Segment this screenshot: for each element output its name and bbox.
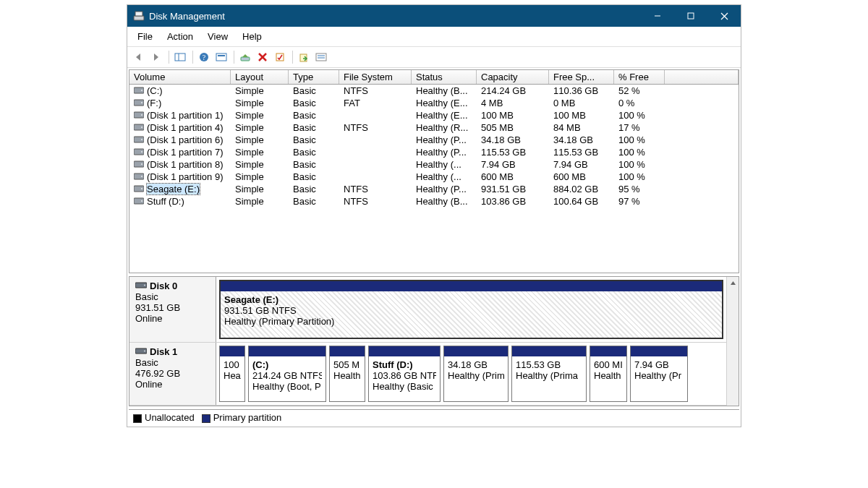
volume-icon — [134, 110, 144, 121]
scroll-up-icon[interactable] — [727, 277, 739, 289]
volume-row[interactable]: (Disk 1 partition 9)SimpleBasicHealthy (… — [129, 171, 739, 183]
volume-name: (Disk 1 partition 1) — [147, 110, 223, 121]
disk1-partition[interactable]: 505 MHealth — [329, 346, 365, 402]
upload-button[interactable] — [296, 49, 312, 65]
volume-pct: 0 % — [614, 97, 665, 109]
disk1-partition[interactable]: 7.94 GBHealthy (Pr — [630, 346, 688, 402]
volume-capacity: 505 MB — [477, 121, 549, 134]
legend-unallocated: Unallocated — [133, 412, 195, 423]
volume-list[interactable]: Volume Layout Type File System Status Ca… — [129, 69, 739, 273]
volume-icon — [134, 85, 144, 96]
col-fs[interactable]: File System — [339, 70, 412, 84]
action-list-button[interactable] — [313, 49, 329, 65]
volume-fs: NTFS — [339, 195, 412, 207]
menu-view[interactable]: View — [200, 30, 235, 43]
delete-button[interactable] — [255, 49, 271, 65]
volume-capacity: 214.24 GB — [477, 85, 549, 97]
volume-capacity: 7.94 GB — [477, 158, 549, 171]
menu-action[interactable]: Action — [160, 30, 200, 43]
volume-row[interactable]: (F:)SimpleBasicFATHealthy (E...4 MB0 MB0… — [129, 97, 739, 109]
disk1-partition[interactable]: Stuff (D:)103.86 GB NTFHealthy (Basic — [368, 346, 441, 402]
legend: Unallocated Primary partition — [129, 409, 739, 425]
partition-line: Healthy (Prima — [516, 370, 582, 381]
disk1-partition[interactable]: 34.18 GBHealthy (Prim — [443, 346, 509, 402]
volume-type: Basic — [289, 85, 339, 97]
disk1-status: Online — [135, 379, 210, 390]
volume-pct: 100 % — [614, 146, 665, 158]
volume-status: Healthy (... — [412, 171, 477, 183]
menu-help[interactable]: Help — [235, 30, 269, 43]
minimize-button[interactable] — [641, 5, 674, 27]
maximize-button[interactable] — [674, 5, 707, 27]
svg-rect-11 — [218, 55, 225, 56]
refresh-button[interactable] — [213, 49, 229, 65]
volume-status: Healthy (E... — [412, 109, 477, 121]
disk-icon — [135, 281, 147, 291]
volume-row[interactable]: (Disk 1 partition 7)SimpleBasicHealthy (… — [129, 146, 739, 158]
volume-row[interactable]: (C:)SimpleBasicNTFSHealthy (B...214.24 G… — [129, 85, 739, 97]
partition-line: 34.18 GB — [448, 359, 504, 370]
volume-icon — [134, 98, 144, 108]
volume-type: Basic — [289, 121, 339, 134]
help-button[interactable]: ? — [196, 49, 212, 65]
volume-layout: Simple — [231, 134, 289, 146]
disk1-partition[interactable]: 600 MIHealth — [590, 346, 627, 402]
disk1-partition[interactable]: 100Hea — [219, 346, 245, 402]
partition-line: 214.24 GB NTFS — [252, 370, 322, 381]
svg-point-22 — [141, 90, 142, 91]
svg-point-32 — [141, 151, 142, 153]
col-type[interactable]: Type — [289, 70, 339, 84]
svg-rect-18 — [316, 53, 326, 61]
col-volume[interactable]: Volume — [129, 70, 231, 84]
disk1-partition[interactable]: (C:)214.24 GB NTFSHealthy (Boot, P — [248, 346, 326, 402]
volume-fs — [339, 158, 412, 171]
volume-type: Basic — [289, 109, 339, 121]
volume-status: Healthy (... — [412, 158, 477, 171]
close-button[interactable] — [707, 5, 741, 27]
volume-layout: Simple — [231, 183, 289, 195]
volume-free: 884.02 GB — [549, 183, 614, 195]
volume-row[interactable]: (Disk 1 partition 8)SimpleBasicHealthy (… — [129, 158, 739, 171]
volume-free: 600 MB — [549, 171, 614, 183]
volume-row[interactable]: (Disk 1 partition 1)SimpleBasicHealthy (… — [129, 109, 739, 121]
col-layout[interactable]: Layout — [231, 70, 289, 84]
scrollbar[interactable] — [726, 277, 739, 406]
toolbar: ? — [127, 47, 741, 68]
col-pct[interactable]: % Free — [614, 70, 665, 84]
properties-button[interactable] — [272, 49, 288, 65]
disk-row-1: Disk 1 Basic 476.92 GB Online 100Hea(C:)… — [129, 343, 726, 406]
svg-point-36 — [141, 176, 142, 177]
disk0-info[interactable]: Disk 0 Basic 931.51 GB Online — [129, 277, 216, 342]
volume-capacity: 4 MB — [477, 97, 549, 109]
back-button[interactable] — [131, 49, 147, 65]
svg-point-26 — [141, 114, 142, 116]
volume-row[interactable]: (Disk 1 partition 4)SimpleBasicNTFSHealt… — [129, 121, 739, 134]
disk1-info[interactable]: Disk 1 Basic 476.92 GB Online — [129, 343, 216, 405]
col-free[interactable]: Free Sp... — [549, 70, 614, 84]
settings-button[interactable] — [237, 49, 253, 65]
volume-status: Healthy (B... — [412, 85, 477, 97]
disk0-capacity: 931.51 GB — [135, 302, 210, 313]
forward-button[interactable] — [148, 49, 164, 65]
disk0-partition-seagate[interactable]: Seagate (E:) 931.51 GB NTFS Healthy (Pri… — [219, 280, 723, 339]
titlebar[interactable]: Disk Management — [127, 5, 741, 27]
menu-file[interactable]: File — [130, 30, 160, 43]
col-status[interactable]: Status — [412, 70, 477, 84]
volume-row[interactable]: Seagate (E:)SimpleBasicNTFSHealthy (P...… — [129, 183, 739, 195]
volume-name: Stuff (D:) — [147, 196, 184, 207]
partition-title: Stuff (D:) — [373, 359, 436, 370]
volume-row[interactable]: (Disk 1 partition 6)SimpleBasicHealthy (… — [129, 134, 739, 146]
volume-icon — [134, 196, 144, 207]
show-hide-tree-button[interactable] — [172, 49, 188, 65]
volume-capacity: 115.53 GB — [477, 146, 549, 158]
disk0-type: Basic — [135, 291, 210, 302]
volume-type: Basic — [289, 171, 339, 183]
col-capacity[interactable]: Capacity — [477, 70, 549, 84]
partition-line: Healthy (Basic — [373, 381, 436, 392]
volume-type: Basic — [289, 97, 339, 109]
volume-row[interactable]: Stuff (D:)SimpleBasicNTFSHealthy (B...10… — [129, 195, 739, 207]
disk1-partition[interactable]: 115.53 GBHealthy (Prima — [511, 346, 587, 402]
svg-point-30 — [141, 139, 142, 140]
partition-line: Healthy (Pr — [634, 370, 684, 381]
disk0-status: Online — [135, 313, 210, 324]
